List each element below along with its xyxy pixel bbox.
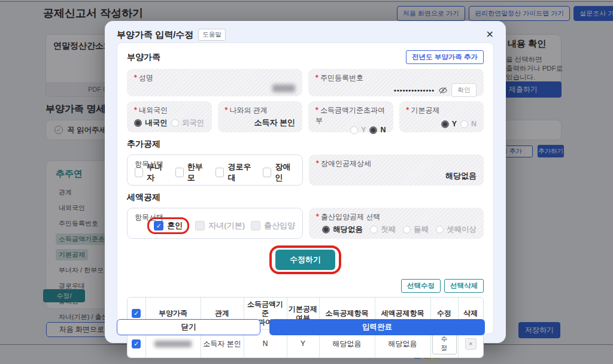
select-items-label: 항목선택 xyxy=(135,213,163,223)
income-over-field: 소득금액기준초과여부 Y N xyxy=(308,101,393,132)
tax-credit-select-box: 항목선택 혼인 자녀(기본) 출산입양 xyxy=(127,208,303,239)
close-icon[interactable]: ✕ xyxy=(486,30,494,40)
rrn-confirm-button[interactable]: 확인 xyxy=(451,83,477,97)
radio-third-plus[interactable]: 셋째이상 xyxy=(436,225,477,235)
basic-deduction-label: 기본공제 xyxy=(406,105,477,116)
radio-second[interactable]: 둘째 xyxy=(403,225,429,235)
modal-form-card: 부양가족 전년도 부양가족 추가 성명 주민등록번호 •••••••••••••… xyxy=(117,43,494,334)
select-all-checkbox[interactable] xyxy=(132,309,141,318)
input-complete-button[interactable]: 입력완료 xyxy=(269,319,485,335)
radio-foreign[interactable]: 외국인 xyxy=(171,118,205,128)
select-items-label: 항목선택 xyxy=(135,159,163,169)
name-value-redacted xyxy=(272,84,295,92)
dependent-section-title: 부양가족 xyxy=(127,52,160,63)
disability-detail-label: 장애인공제상세 xyxy=(316,159,477,169)
checkbox-disabled[interactable]: 장애인 xyxy=(263,162,295,183)
birth-adoption-field: 출산입양공제 선택 해당없음 첫째 둘째 셋째이상 xyxy=(309,208,484,239)
selected-edit-button[interactable]: 선택수정 xyxy=(401,279,441,293)
checkbox-senior[interactable]: 경로우대 xyxy=(216,162,254,183)
disability-detail-field: 장애인공제상세 해당없음 xyxy=(309,154,484,186)
rrn-field[interactable]: 주민등록번호 •••••••••••••• 확인 xyxy=(308,69,484,96)
radio-none[interactable]: 해당없음 xyxy=(322,225,363,235)
radio-domestic[interactable]: 내국인 xyxy=(134,118,168,128)
checkbox-birth-adoption[interactable]: 출산입양 xyxy=(251,220,295,231)
help-badge[interactable]: 도움말 xyxy=(198,29,226,41)
rrn-label: 주민등록번호 xyxy=(315,73,477,83)
row-edit-button[interactable]: 수정 xyxy=(432,333,457,354)
rrn-masked-value: •••••••••••••• xyxy=(394,87,435,94)
radio-income-over-n[interactable]: N xyxy=(369,126,386,134)
tax-credit-title: 세액공제 xyxy=(127,192,160,203)
relation-value: 소득자 본인 xyxy=(254,117,295,128)
annotation-ring-edit: 수정하기 xyxy=(269,245,341,274)
checkbox-child-basic[interactable]: 자녀(기본) xyxy=(195,220,245,231)
birth-adoption-label: 출산입양공제 선택 xyxy=(316,212,477,222)
radio-first[interactable]: 첫째 xyxy=(370,225,396,235)
radio-basic-y[interactable]: Y xyxy=(441,120,457,128)
add-previous-year-dependent-button[interactable]: 전년도 부양가족 추가 xyxy=(406,50,484,64)
row-checkbox[interactable] xyxy=(132,339,141,348)
basic-deduction-field: 기본공제 Y N xyxy=(399,101,484,132)
radio-income-over-y[interactable]: Y xyxy=(350,126,366,134)
relation-label: 나와의 관계 xyxy=(225,105,296,116)
additional-deduction-title: 추가공제 xyxy=(127,139,160,150)
selected-delete-button[interactable]: 선택삭제 xyxy=(444,279,484,293)
modal-close-button[interactable]: 닫기 xyxy=(117,319,260,335)
checkbox-single-parent[interactable]: 한부모 xyxy=(175,162,208,183)
eye-off-icon[interactable] xyxy=(438,86,448,95)
nationality-field: 내외국인 내국인 외국인 xyxy=(127,101,212,132)
dependent-edit-modal: 부양가족 입력/수정 도움말 ✕ 부양가족 전년도 부양가족 추가 성명 주민등… xyxy=(105,21,506,343)
income-over-label: 소득금액기준초과여부 xyxy=(315,105,386,126)
disability-detail-value: 해당없음 xyxy=(445,171,477,181)
relation-field: 나와의 관계 소득자 본인 xyxy=(218,101,303,132)
modal-header: 부양가족 입력/수정 도움말 ✕ xyxy=(105,21,506,46)
name-field[interactable]: 성명 xyxy=(127,69,302,96)
radio-basic-n[interactable]: N xyxy=(460,120,477,128)
name-label: 성명 xyxy=(134,73,295,83)
additional-select-box: 항목선택 부녀자 한부모 경로우대 장애인 xyxy=(127,154,303,186)
nationality-label: 내외국인 xyxy=(134,105,205,116)
edit-submit-button[interactable]: 수정하기 xyxy=(275,250,335,270)
modal-title: 부양가족 입력/수정 xyxy=(117,29,193,41)
row-delete-button[interactable]: × xyxy=(465,338,477,350)
row-name-redacted xyxy=(154,341,192,347)
